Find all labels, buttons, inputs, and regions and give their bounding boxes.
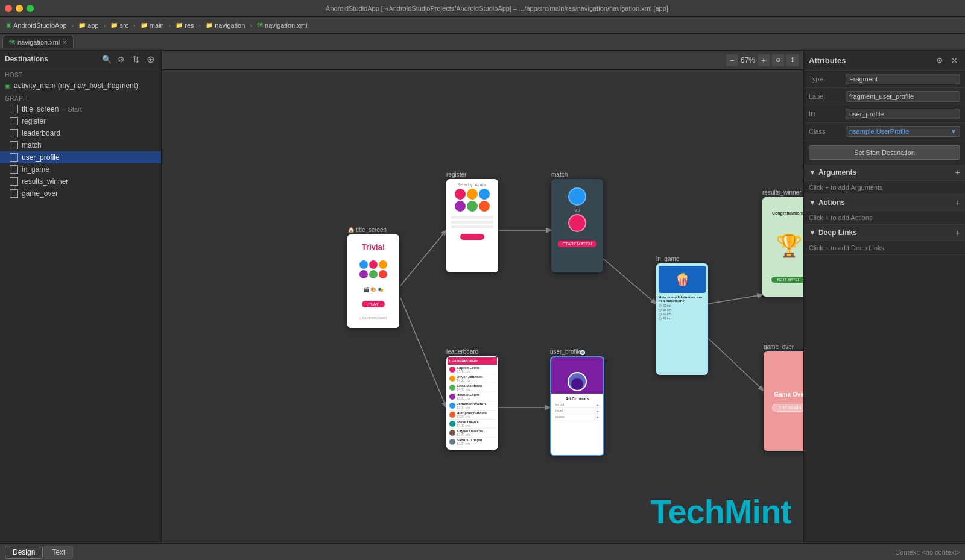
id-row: ID user_profile (804, 105, 965, 123)
nav-item-game-over[interactable]: game_over (0, 187, 161, 200)
menu-app-folder[interactable]: 📁 app (75, 20, 102, 30)
title-bar: AndroidStudioApp [~/AndroidStudioProject… (0, 0, 965, 17)
nav-item-leaderboard[interactable]: leaderboard (0, 127, 161, 139)
fragment-icon (10, 141, 18, 149)
main-area: Destinations 🔍 ⚙ ⇅ ⊕ HOST ▣ activity_mai… (0, 51, 965, 543)
search-icon[interactable]: 🔍 (101, 53, 113, 65)
fragment-icon (10, 105, 18, 113)
zoom-fit-button[interactable]: ⊙ (772, 54, 784, 66)
deep-links-title: Deep Links (818, 228, 857, 237)
node-results-winner[interactable]: results_winner Congratulations! 🏆 NEXT M… (762, 189, 801, 197)
menu-bar: ▣ AndroidStudioApp › 📁 app › 📁 src › 📁 m… (0, 17, 965, 34)
tab-text[interactable]: Text (44, 546, 73, 559)
maximize-button[interactable] (27, 5, 34, 12)
fragment-icon (10, 153, 18, 162)
class-dropdown-icon[interactable]: ▼ (951, 128, 957, 135)
fragment-icon (10, 189, 18, 198)
close-button[interactable] (5, 5, 12, 12)
graph-section-label: GRAPH (0, 92, 161, 103)
nav-item-match[interactable]: match (0, 139, 161, 151)
sort-icon[interactable]: ⇅ (130, 53, 142, 65)
actions-title: Actions (818, 198, 845, 207)
actions-expand-icon: ▼ (809, 198, 816, 207)
watermark: TechMint (650, 492, 791, 531)
add-deep-link-button[interactable]: + (955, 228, 960, 238)
actions-section-header[interactable]: ▼ Actions + (804, 195, 965, 211)
minimize-button[interactable] (16, 5, 23, 12)
tab-bar: 🗺 navigation.xml ✕ (0, 34, 965, 51)
canvas-area[interactable]: − 67% + ⊙ ℹ (162, 51, 803, 543)
add-action-button[interactable]: + (955, 198, 960, 207)
panel-icons: 🔍 ⚙ ⇅ ⊕ (101, 53, 156, 65)
menu-res[interactable]: 📁 res (172, 20, 197, 30)
traffic-lights (5, 5, 34, 12)
zoom-level: 67% (741, 56, 755, 64)
right-panel: Attributes ⚙ ✕ Type Fragment Label fragm… (803, 51, 965, 543)
nav-item-user-profile[interactable]: user_profile (0, 151, 161, 163)
nav-item-register[interactable]: register (0, 115, 161, 127)
set-start-destination-button[interactable]: Set Start Destination (809, 145, 960, 160)
nav-host-item[interactable]: ▣ activity_main (my_nav_host_fragment) (0, 80, 161, 92)
node-match[interactable]: match vs START MATCH (551, 171, 568, 179)
arguments-section-header[interactable]: ▼ Arguments + (804, 165, 965, 181)
tab-design[interactable]: Design (5, 546, 43, 559)
fragment-icon (10, 165, 18, 174)
type-row: Type Fragment (804, 71, 965, 88)
attributes-close-icon[interactable]: ✕ (948, 54, 960, 66)
left-panel: Destinations 🔍 ⚙ ⇅ ⊕ HOST ▣ activity_mai… (0, 51, 162, 543)
bottom-bar: Design Text Context: <no context> (0, 543, 965, 560)
add-argument-button[interactable]: + (955, 168, 960, 177)
arguments-expand-icon: ▼ (809, 168, 816, 177)
node-game-over[interactable]: game_over Game Over TRY AGAIN (764, 344, 794, 351)
destinations-header: Destinations 🔍 ⚙ ⇅ ⊕ (0, 51, 161, 68)
host-section-label: HOST (0, 68, 161, 80)
fragment-icon (10, 129, 18, 137)
tab-navxml[interactable]: 🗺 navigation.xml ✕ (2, 36, 74, 48)
menu-navxml[interactable]: 🗺 navigation.xml (253, 20, 311, 30)
settings-icon[interactable]: ⚙ (115, 53, 127, 65)
deep-links-expand-icon: ▼ (809, 228, 816, 237)
menu-navigation[interactable]: 📁 navigation (202, 20, 248, 30)
design-text-tabs: Design Text (5, 546, 73, 559)
graph-canvas: 🏠 title_screen Trivia! (162, 70, 803, 543)
deep-links-content: Click + to add Deep Links (804, 241, 965, 255)
deep-links-section-header[interactable]: ▼ Deep Links + (804, 225, 965, 241)
arguments-content: Click + to add Arguments (804, 181, 965, 195)
label-row: Label fragment_user_profile (804, 88, 965, 105)
arguments-title: Arguments (818, 168, 856, 177)
node-user-profile[interactable]: user_profile Ali Connors email▸ level▸ s… (550, 348, 581, 356)
fragment-icon (10, 117, 18, 125)
zoom-info-button[interactable]: ℹ (786, 54, 799, 66)
zoom-in-button[interactable]: + (758, 54, 770, 66)
node-leaderboard[interactable]: leaderboard LEADERBOARD Sophie Lewis1500… (446, 348, 478, 356)
class-row: Class nsample.UserProfile ▼ (804, 123, 965, 140)
node-in-game[interactable]: in_game 🍿 How many kilometers are in a m… (656, 256, 679, 263)
zoom-out-button[interactable]: − (726, 54, 738, 66)
context-status: Context: <no context> (895, 549, 960, 556)
menu-main[interactable]: 📁 main (137, 20, 168, 30)
tab-close-icon[interactable]: ✕ (62, 39, 67, 46)
fragment-icon (10, 177, 18, 186)
menu-app[interactable]: ▣ AndroidStudioApp (2, 20, 71, 30)
add-destination-icon[interactable]: ⊕ (144, 53, 156, 65)
canvas-toolbar-right: − 67% + ⊙ ℹ (726, 54, 799, 66)
nav-item-in-game[interactable]: in_game (0, 163, 161, 175)
attributes-settings-icon[interactable]: ⚙ (934, 54, 946, 66)
node-register[interactable]: register Select yr Avatar (446, 171, 466, 179)
menu-src[interactable]: 📁 src (107, 20, 132, 30)
attributes-header: Attributes ⚙ ✕ (804, 51, 965, 71)
zoom-controls: − 67% + ⊙ ℹ (726, 54, 799, 66)
canvas-toolbar: − 67% + ⊙ ℹ (162, 51, 803, 70)
node-title-screen[interactable]: 🏠 title_screen Trivia! (347, 227, 387, 234)
window-title: AndroidStudioApp [~/AndroidStudioProject… (34, 5, 960, 12)
nav-item-results-winner[interactable]: results_winner (0, 175, 161, 187)
actions-content: Click + to add Actions (804, 211, 965, 225)
nav-item-title-screen[interactable]: title_screen – Start (0, 103, 161, 115)
